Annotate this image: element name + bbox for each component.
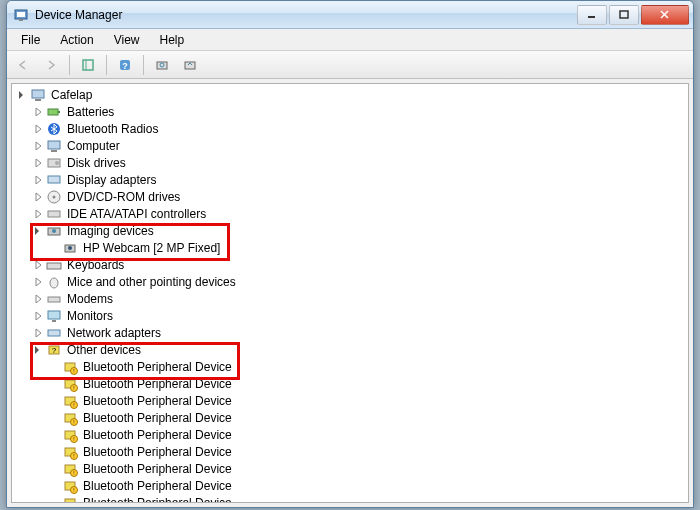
menu-action[interactable]: Action (50, 31, 103, 49)
scan-hardware-button[interactable] (150, 54, 174, 76)
menu-view[interactable]: View (104, 31, 150, 49)
node-label: Bluetooth Peripheral Device (81, 377, 234, 391)
node-label: Bluetooth Peripheral Device (81, 411, 234, 425)
tree-node-imaging-devices[interactable]: Imaging devices (14, 222, 686, 239)
tree-node-modems[interactable]: Modems (14, 290, 686, 307)
node-label: Disk drives (65, 156, 128, 170)
node-label: Computer (65, 139, 122, 153)
svg-text:!: ! (73, 419, 74, 425)
tree-node-bluetooth-peripheral[interactable]: !Bluetooth Peripheral Device (14, 426, 686, 443)
tree-node-monitors[interactable]: Monitors (14, 307, 686, 324)
svg-text:?: ? (122, 61, 128, 71)
svg-rect-2 (19, 19, 23, 21)
show-hide-button[interactable] (76, 54, 100, 76)
unknown-device-icon: ! (62, 461, 78, 477)
svg-rect-36 (48, 330, 60, 336)
close-button[interactable] (641, 5, 689, 25)
tree-node-bluetooth-peripheral[interactable]: !Bluetooth Peripheral Device (14, 494, 686, 503)
expander-icon[interactable] (30, 274, 46, 290)
expander-icon[interactable] (30, 291, 46, 307)
expander-icon[interactable] (30, 189, 46, 205)
svg-text:!: ! (73, 487, 74, 493)
network-icon (46, 325, 62, 341)
expander-icon[interactable] (30, 138, 46, 154)
svg-rect-7 (83, 60, 93, 70)
tree-node-bluetooth-peripheral[interactable]: !Bluetooth Peripheral Device (14, 375, 686, 392)
expander-icon[interactable] (30, 121, 46, 137)
expander-icon[interactable] (30, 206, 46, 222)
tree-view[interactable]: Cafelap Batteries Bluetooth Radios Compu… (11, 83, 689, 503)
tree-node-bluetooth-peripheral[interactable]: !Bluetooth Peripheral Device (14, 358, 686, 375)
tree-node-root[interactable]: Cafelap (14, 86, 686, 103)
svg-point-32 (50, 278, 58, 288)
tree-node-keyboards[interactable]: Keyboards (14, 256, 686, 273)
expander-icon[interactable] (30, 223, 46, 239)
tree-node-hp-webcam[interactable]: HP Webcam [2 MP Fixed] (14, 239, 686, 256)
svg-rect-16 (48, 109, 58, 115)
node-label: Bluetooth Peripheral Device (81, 462, 234, 476)
device-manager-window: Device Manager File Action View Help ? C… (6, 0, 694, 508)
svg-text:!: ! (73, 368, 74, 374)
node-label: Bluetooth Peripheral Device (81, 394, 234, 408)
node-label: Bluetooth Peripheral Device (81, 445, 234, 459)
toolbar-separator (106, 55, 107, 75)
tree-node-display-adapters[interactable]: Display adapters (14, 171, 686, 188)
menu-file[interactable]: File (11, 31, 50, 49)
tree-node-dvd-cdrom[interactable]: DVD/CD-ROM drives (14, 188, 686, 205)
tree-node-other-devices[interactable]: ? Other devices (14, 341, 686, 358)
node-label: Bluetooth Peripheral Device (81, 479, 234, 493)
expander-icon[interactable] (30, 172, 46, 188)
svg-rect-4 (620, 11, 628, 18)
tree-node-bluetooth-peripheral[interactable]: !Bluetooth Peripheral Device (14, 443, 686, 460)
svg-text:!: ! (73, 402, 74, 408)
node-label: IDE ATA/ATAPI controllers (65, 207, 208, 221)
minimize-button[interactable] (577, 5, 607, 25)
menu-help[interactable]: Help (150, 31, 195, 49)
node-label: Monitors (65, 309, 115, 323)
help-button[interactable]: ? (113, 54, 137, 76)
unknown-device-icon: ! (62, 495, 78, 504)
svg-rect-31 (47, 263, 61, 269)
imaging-icon (46, 223, 62, 239)
tree-node-batteries[interactable]: Batteries (14, 103, 686, 120)
tree-node-disk-drives[interactable]: Disk drives (14, 154, 686, 171)
expander-icon[interactable] (14, 87, 30, 103)
tree-node-computer[interactable]: Computer (14, 137, 686, 154)
expander-icon[interactable] (30, 308, 46, 324)
titlebar[interactable]: Device Manager (7, 1, 693, 29)
toolbar-separator (69, 55, 70, 75)
node-label: Bluetooth Radios (65, 122, 160, 136)
tree-node-bluetooth-peripheral[interactable]: !Bluetooth Peripheral Device (14, 392, 686, 409)
expander-icon[interactable] (30, 104, 46, 120)
node-label: HP Webcam [2 MP Fixed] (81, 241, 222, 255)
back-button[interactable] (11, 54, 35, 76)
expander-icon[interactable] (30, 325, 46, 341)
maximize-button[interactable] (609, 5, 639, 25)
computer-icon (30, 87, 46, 103)
svg-rect-34 (48, 311, 60, 319)
unknown-device-icon: ! (62, 359, 78, 375)
keyboard-icon (46, 257, 62, 273)
svg-point-25 (53, 195, 56, 198)
tree-node-bluetooth-peripheral[interactable]: !Bluetooth Peripheral Device (14, 477, 686, 494)
tree-node-bluetooth-peripheral[interactable]: !Bluetooth Peripheral Device (14, 409, 686, 426)
menubar: File Action View Help (7, 29, 693, 51)
tree-node-bluetooth-radios[interactable]: Bluetooth Radios (14, 120, 686, 137)
tree-node-bluetooth-peripheral[interactable]: !Bluetooth Peripheral Device (14, 460, 686, 477)
computer-icon (46, 138, 62, 154)
tree-node-mice[interactable]: Mice and other pointing devices (14, 273, 686, 290)
scan-changes-button[interactable] (178, 54, 202, 76)
tree-node-network-adapters[interactable]: Network adapters (14, 324, 686, 341)
svg-rect-14 (32, 90, 44, 98)
tree-node-ide-ata[interactable]: IDE ATA/ATAPI controllers (14, 205, 686, 222)
svg-rect-33 (48, 297, 60, 302)
expander-icon[interactable] (30, 155, 46, 171)
unknown-device-icon: ! (62, 393, 78, 409)
expander-icon[interactable] (30, 257, 46, 273)
forward-button[interactable] (39, 54, 63, 76)
svg-rect-17 (58, 111, 60, 113)
node-label: Bluetooth Peripheral Device (81, 360, 234, 374)
svg-rect-26 (48, 211, 60, 217)
expander-icon[interactable] (30, 342, 46, 358)
node-label: Other devices (65, 343, 143, 357)
